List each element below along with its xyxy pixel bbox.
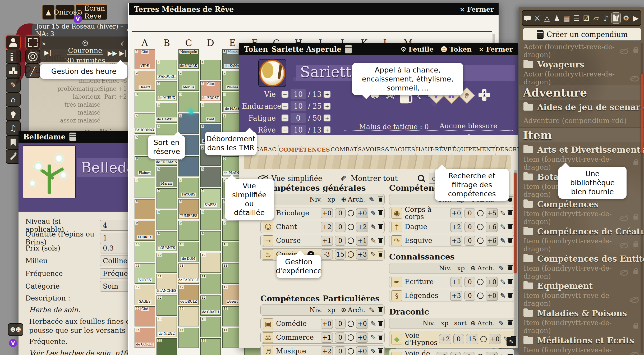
edit-all-icon[interactable]: ✎: [498, 319, 504, 327]
niveau-value[interactable]: +1: [450, 277, 462, 287]
sidebar-tab-chat[interactable]: [523, 13, 532, 23]
tool-ruler-button[interactable]: [6, 49, 21, 64]
tool-select-button[interactable]: [25, 35, 40, 49]
eye-slash-icon[interactable]: [620, 48, 628, 53]
tool-target-button[interactable]: [25, 49, 40, 64]
add-competence-icon[interactable]: ⊕: [341, 196, 346, 203]
collapse-macro-bar-button[interactable]: ▲: [42, 5, 54, 20]
archetype-radio[interactable]: [477, 210, 484, 216]
competence-row[interactable]: †Dague+20+6✎: [389, 221, 514, 233]
xp-value[interactable]: 0: [464, 208, 475, 218]
compendium-folder[interactable]: Maladies & Poisons: [519, 306, 644, 320]
stat-minus-button[interactable]: −: [282, 103, 288, 110]
xp-value[interactable]: 0: [335, 333, 346, 343]
tool-walls-button[interactable]: ⌂: [6, 92, 21, 107]
resize-handle[interactable]: ↔: [507, 337, 516, 346]
niveau-value[interactable]: +3: [450, 236, 462, 246]
competence-row[interactable]: ⚖Commerce+10+0✎: [260, 331, 385, 344]
surencombrement-icon[interactable]: ▲▲: [479, 89, 490, 101]
compendium-meta[interactable]: Item (foundryvtt-reve-de-dragon): [519, 211, 644, 224]
edit-competence-icon[interactable]: ✎: [370, 237, 376, 245]
lock-icon[interactable]: [633, 325, 638, 329]
compendium-meta[interactable]: Item (foundryvtt-reve-de-dragon): [519, 320, 644, 333]
delete-all-icon[interactable]: [379, 308, 382, 312]
competence-name[interactable]: Corps à corps: [405, 206, 448, 221]
compendium-folder[interactable]: Equipement: [519, 279, 644, 293]
lock-icon[interactable]: [633, 243, 638, 247]
compendium-meta[interactable]: Item (foundryvtt-reve-de-dragon): [519, 266, 644, 279]
map-close-button[interactable]: × Fermer: [459, 6, 494, 13]
niveau-value[interactable]: +3: [436, 352, 448, 355]
archetype-radio[interactable]: [348, 238, 354, 244]
tab-comp-tences[interactable]: COMPÉTENCES: [279, 145, 330, 154]
competence-row[interactable]: ◉Corps à corps+00+5✎: [389, 207, 514, 219]
delete-competence-icon[interactable]: [379, 211, 382, 215]
niveau-value[interactable]: +1: [321, 333, 333, 343]
sidebar-tab-actors[interactable]: ♟: [552, 13, 561, 23]
xp-value[interactable]: 0: [464, 236, 475, 246]
sidebar-tab-settings[interactable]: ⚙: [622, 13, 631, 23]
sidebar-tab-playlists[interactable]: ♪: [601, 13, 610, 23]
delete-competence-icon[interactable]: [379, 349, 382, 353]
delete-competence-icon[interactable]: [379, 253, 382, 257]
sheet-titlebar[interactable]: Token Sariette Asperule ⚙ Feuille ☻ Toke…: [239, 43, 518, 55]
compendium-meta[interactable]: Item (foundryvtt-reve-de-dragon): [519, 293, 644, 306]
archetype-radio[interactable]: [348, 348, 354, 354]
show-all-label[interactable]: Montrer tout: [351, 174, 398, 183]
competence-name[interactable]: Comédie: [276, 320, 307, 327]
niveau-value[interactable]: +2: [450, 222, 462, 232]
stat-plus-button[interactable]: +: [324, 91, 330, 98]
add-competence-icon[interactable]: ⊕: [341, 306, 346, 314]
player-v-avatar[interactable]: V: [9, 339, 17, 347]
stat-value[interactable]: 10: [291, 125, 306, 135]
tool-token-button[interactable]: [6, 35, 21, 49]
moon-icon[interactable]: ☾: [108, 40, 126, 49]
edit-competence-icon[interactable]: ✎: [370, 320, 376, 328]
tab-carac-[interactable]: CARAC.: [255, 145, 279, 154]
edit-competence-icon[interactable]: ✎: [370, 347, 376, 355]
calendar-date-bar[interactable]: Jour 15 de Roseau (hiver) – NA: 3 ⚙: [32, 24, 136, 37]
edit-all-icon[interactable]: ✎: [369, 195, 375, 203]
filter-icon[interactable]: ✐: [340, 174, 347, 183]
xp-value[interactable]: 0: [335, 319, 346, 329]
niveau-value[interactable]: +0: [321, 319, 333, 329]
xp-value[interactable]: 0: [464, 291, 475, 301]
lock-icon[interactable]: [633, 270, 638, 274]
oniros-macro-button[interactable]: Oniros: [56, 5, 75, 20]
delete-competence-icon[interactable]: [508, 280, 512, 284]
compendium-meta[interactable]: Item (foundryvtt-reve-de-dragon): [519, 239, 644, 251]
competence-row[interactable]: →Course+10+1✎: [260, 235, 385, 247]
competence-row[interactable]: ⚒Bricolage+00+0✎: [260, 207, 385, 219]
tool-measure-button[interactable]: ╱: [25, 64, 40, 78]
stat-minus-button[interactable]: −: [282, 91, 288, 98]
eye-slash-icon[interactable]: [620, 242, 628, 248]
lock-icon[interactable]: [633, 216, 638, 220]
competence-name[interactable]: Dague: [405, 223, 427, 230]
eye-slash-icon[interactable]: [630, 75, 638, 81]
competence-row[interactable]: ◆Voie de Narcos+300+0✎: [389, 349, 514, 355]
sidebar-tab-cards[interactable]: ▱: [592, 13, 601, 23]
delete-all-icon[interactable]: [508, 321, 512, 325]
sidebar-scrollbar-thumb[interactable]: [641, 74, 643, 153]
eye-slash-icon[interactable]: [630, 297, 638, 302]
compendium-folder[interactable]: Voyageurs: [519, 58, 644, 71]
lock-icon[interactable]: [633, 49, 638, 53]
add-competence-icon[interactable]: ⊕: [471, 265, 476, 272]
compendium-meta[interactable]: Item (foundryvtt-reve-de-dragon): [519, 348, 644, 355]
competence-row[interactable]: ◆Voie d'Hypnos+2015+0✎: [389, 331, 514, 347]
tool-drawing-button[interactable]: ✎: [6, 78, 21, 92]
sidebar-tab-collapse[interactable]: ▶: [631, 13, 640, 23]
delete-competence-icon[interactable]: [379, 239, 382, 243]
book-icon[interactable]: [345, 45, 352, 53]
xp-value[interactable]: 0: [464, 222, 475, 232]
delete-all-icon[interactable]: [508, 266, 512, 270]
compendium-folder[interactable]: Compétences des Entités: [519, 252, 644, 266]
archetype-radio[interactable]: [348, 251, 354, 258]
archetype-radio[interactable]: [480, 336, 487, 342]
archetype-radio[interactable]: [348, 224, 354, 230]
competence-name[interactable]: Légendes: [405, 292, 438, 299]
stat-minus-button[interactable]: −: [282, 115, 288, 121]
sheet-token-button[interactable]: ☻ Token: [440, 45, 472, 53]
competence-name[interactable]: Esquive: [405, 237, 432, 244]
sort-value[interactable]: 15: [466, 334, 478, 344]
